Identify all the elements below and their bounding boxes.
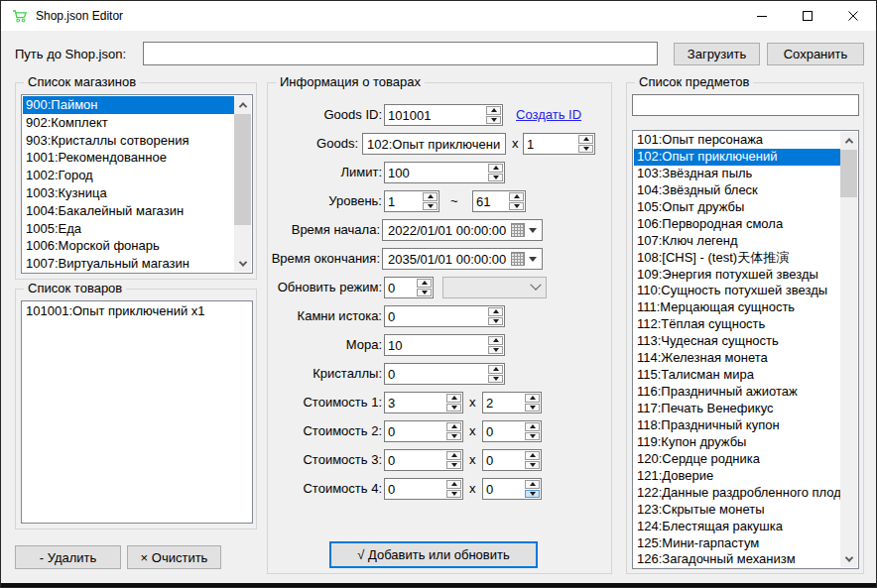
spin-down-icon[interactable] xyxy=(488,174,503,182)
limit-input[interactable] xyxy=(385,163,487,182)
end-time-picker[interactable]: 2035/01/01 00:00:00 xyxy=(382,248,543,270)
spin-down-icon[interactable] xyxy=(417,289,432,297)
crystals-input[interactable] xyxy=(385,364,487,384)
list-item[interactable]: 1002:Город xyxy=(23,167,234,184)
list-item[interactable]: 114:Железная монета xyxy=(634,350,840,367)
list-item[interactable]: 1006:Морской фонарь xyxy=(23,237,234,255)
scroll-down-icon[interactable] xyxy=(234,255,251,272)
list-item[interactable]: 103:Звёздная пыль xyxy=(634,166,840,182)
list-item[interactable]: 1007:Виртуальный магазин xyxy=(23,255,234,272)
list-item[interactable]: 110:Сущность потухшей звезды xyxy=(634,283,840,299)
list-item[interactable]: 1004:Бакалейный магазин xyxy=(23,202,234,220)
list-item[interactable]: 108:[CHS] - (test)天体推演 xyxy=(634,250,840,267)
spin-up-icon[interactable] xyxy=(488,336,503,345)
scrollbar-thumb[interactable] xyxy=(234,114,251,225)
list-item[interactable]: 104:Звёздный блеск xyxy=(634,182,840,199)
spin-up-icon[interactable] xyxy=(446,451,461,460)
item-list-scrollbar[interactable] xyxy=(840,132,857,567)
scroll-up-icon[interactable] xyxy=(234,96,251,113)
spin-down-icon[interactable] xyxy=(525,432,540,441)
spin-down-icon[interactable] xyxy=(488,375,503,384)
spin-up-icon[interactable] xyxy=(423,192,438,201)
list-item[interactable]: 121:Доверие xyxy=(634,468,840,485)
spin-up-icon[interactable] xyxy=(509,192,524,201)
spin-up-icon[interactable] xyxy=(488,365,503,374)
spin-down-icon[interactable] xyxy=(525,461,540,470)
close-button[interactable] xyxy=(830,1,876,31)
list-item[interactable]: 106:Первородная смола xyxy=(634,216,840,233)
primogems-input[interactable] xyxy=(385,306,487,326)
list-item[interactable]: 126:Загадочный механизм xyxy=(634,551,840,567)
list-item[interactable]: 112:Тёплая сущность xyxy=(634,316,840,333)
refresh-mode-combo[interactable] xyxy=(442,277,547,298)
save-button[interactable]: Сохранить xyxy=(767,43,864,65)
list-item[interactable]: 116:Праздничный ажиотаж xyxy=(634,384,840,401)
list-item[interactable]: 123:Скрытые монеты xyxy=(634,502,840,519)
cost1-item-input[interactable] xyxy=(385,393,445,412)
cost3-count-input[interactable] xyxy=(483,450,524,470)
spin-down-icon[interactable] xyxy=(488,346,503,355)
list-item[interactable]: 109:Энергия потухшей звезды xyxy=(634,267,840,284)
spin-down-icon[interactable] xyxy=(446,432,461,441)
cost4-count-input[interactable] xyxy=(483,479,524,499)
list-item[interactable]: 903:Кристаллы сотворения xyxy=(23,132,234,150)
spin-down-icon[interactable] xyxy=(446,490,461,499)
minimize-button[interactable] xyxy=(739,1,785,31)
list-item[interactable]: 900:Паймон xyxy=(23,96,234,114)
list-item[interactable]: 102:Опыт приключений xyxy=(634,149,840,166)
scrollbar-thumb[interactable] xyxy=(840,150,857,197)
refresh-mode-input[interactable] xyxy=(385,278,416,297)
goods-id-input[interactable] xyxy=(385,105,485,125)
spin-down-icon[interactable] xyxy=(525,404,540,412)
list-item[interactable]: 111:Мерцающая сущность xyxy=(634,299,840,316)
spin-up-icon[interactable] xyxy=(446,480,461,489)
list-item[interactable]: 113:Чудесная сущность xyxy=(634,333,840,350)
list-item[interactable]: 902:Комплект xyxy=(23,114,234,132)
cost4-item-input[interactable] xyxy=(385,479,445,499)
cost2-item-input[interactable] xyxy=(385,421,445,441)
spin-down-icon[interactable] xyxy=(488,317,503,326)
list-item[interactable]: 125:Мини-гарпастум xyxy=(634,535,840,552)
maximize-button[interactable] xyxy=(785,1,830,31)
scroll-down-icon[interactable] xyxy=(840,550,857,567)
path-input[interactable] xyxy=(143,42,658,65)
spin-up-icon[interactable] xyxy=(446,422,461,431)
add-or-update-button[interactable]: √ Добавить или обновить xyxy=(329,541,538,568)
spin-up-icon[interactable] xyxy=(488,307,503,316)
list-item[interactable]: 107:Ключ легенд xyxy=(634,233,840,250)
spin-up-icon[interactable] xyxy=(525,480,540,489)
level-max-input[interactable] xyxy=(473,191,508,211)
spin-down-icon[interactable] xyxy=(486,116,501,125)
list-item[interactable]: 1003:Кузница xyxy=(23,184,234,202)
item-search-input[interactable] xyxy=(632,94,859,116)
list-item[interactable]: 101:Опыт персонажа xyxy=(634,132,840,149)
spin-up-icon[interactable] xyxy=(525,394,540,403)
spin-down-icon[interactable] xyxy=(525,490,540,499)
cost3-item-input[interactable] xyxy=(385,450,445,470)
spin-up-icon[interactable] xyxy=(488,164,503,173)
spin-down-icon[interactable] xyxy=(578,145,593,154)
load-button[interactable]: Загрузить xyxy=(674,43,760,65)
list-item[interactable]: 119:Купон дружбы xyxy=(634,434,840,451)
spin-up-icon[interactable] xyxy=(525,451,540,460)
list-item[interactable]: 118:Праздничный купон xyxy=(634,417,840,434)
spin-up-icon[interactable] xyxy=(578,135,593,144)
begin-time-picker[interactable]: 2022/01/01 00:00:00 xyxy=(382,219,543,241)
dropdown-arrow-icon[interactable] xyxy=(529,228,537,233)
spin-up-icon[interactable] xyxy=(525,422,540,431)
list-item[interactable]: 122:Данные раздробленного плода xyxy=(634,485,840,502)
shop-list-scrollbar[interactable] xyxy=(234,96,251,272)
clear-button[interactable]: × Очистить xyxy=(127,545,221,569)
create-id-link[interactable]: Создать ID xyxy=(516,104,581,126)
scroll-up-icon[interactable] xyxy=(840,132,857,149)
list-item[interactable]: 115:Талисман мира xyxy=(634,367,840,384)
mora-input[interactable] xyxy=(385,335,487,355)
list-item[interactable]: 1001:Рекомендованное xyxy=(23,149,234,167)
list-item[interactable]: 105:Опыт дружбы xyxy=(634,199,840,216)
spin-down-icon[interactable] xyxy=(446,404,461,412)
goods-input[interactable] xyxy=(362,133,506,155)
spin-up-icon[interactable] xyxy=(486,106,501,115)
spin-down-icon[interactable] xyxy=(446,461,461,470)
cost1-count-input[interactable] xyxy=(483,393,524,412)
list-item[interactable]: 117:Печать Венефикус xyxy=(634,401,840,417)
